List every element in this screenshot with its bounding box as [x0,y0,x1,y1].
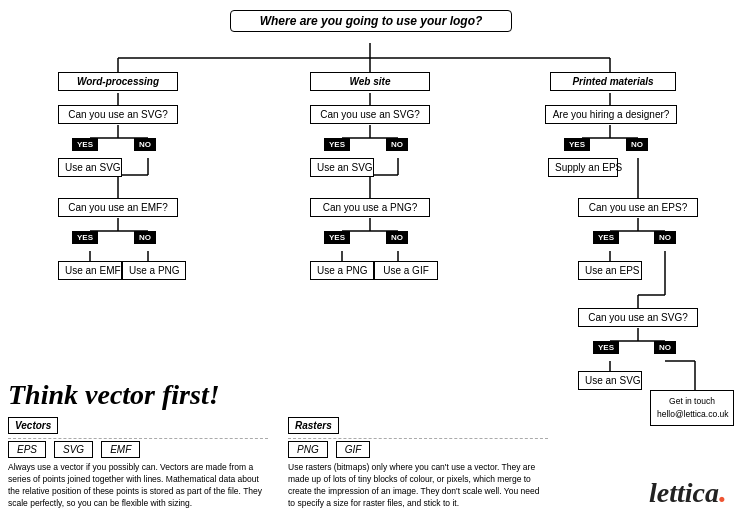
bottom-section: Think vector first! Vectors EPS SVG EMF … [8,379,568,514]
col1-q2: Can you use an EMF? [58,198,178,217]
col1-q1-no: NO [134,138,156,151]
col3-q3: Can you use an SVG? [578,308,698,327]
vectors-divider [8,438,268,439]
rasters-item-gif: GIF [336,441,371,458]
col1-q2-yes: YES [72,231,98,244]
think-vector-heading: Think vector first! [8,379,568,411]
col3-ans1: Supply an EPS [548,158,618,177]
rasters-item-png: PNG [288,441,328,458]
vectors-item-eps: EPS [8,441,46,458]
col2-q1-no: NO [386,138,408,151]
rasters-section: Rasters PNG GIF Use rasters (bitmaps) on… [288,417,548,510]
col3-q2-yes: YES [593,231,619,244]
col1-ans3: Use a PNG [122,261,186,280]
lettica-logo: lettica. [649,473,727,510]
vectors-label: Vectors [8,417,58,434]
col2-q2-yes: YES [324,231,350,244]
col3-ans3: Use an SVG [578,371,642,390]
main-title: Where are you going to use your logo? [230,10,512,32]
col1-header: Word-processing [58,72,178,91]
col2-q1-yes: YES [324,138,350,151]
vectors-description: Always use a vector if you possibly can.… [8,462,263,510]
col3-q3-no: NO [654,341,676,354]
vectors-section: Vectors EPS SVG EMF Always use a vector … [8,417,268,510]
col3-q1-no: NO [626,138,648,151]
rasters-items: PNG GIF [288,441,548,458]
col2-q1: Can you use an SVG? [310,105,430,124]
col2-ans2: Use a PNG [310,261,374,280]
rasters-divider [288,438,548,439]
col1-q2-no: NO [134,231,156,244]
col3-q2-no: NO [654,231,676,244]
col3-q3-yes: YES [593,341,619,354]
col2-header: Web site [310,72,430,91]
col1-q1-yes: YES [72,138,98,151]
col3-ans2: Use an EPS [578,261,642,280]
col3-q1: Are you hiring a designer? [545,105,677,124]
vectors-item-svg: SVG [54,441,93,458]
col2-q2: Can you use a PNG? [310,198,430,217]
format-row: Vectors EPS SVG EMF Always use a vector … [8,417,568,510]
rasters-description: Use rasters (bitmaps) only where you can… [288,462,543,510]
get-in-touch-box: Get in touch hello@lettica.co.uk [650,390,734,426]
get-in-touch-email: hello@lettica.co.uk [657,408,727,421]
rasters-label: Rasters [288,417,339,434]
lettica-dot: . [719,473,727,509]
col2-ans3: Use a GIF [374,261,438,280]
col2-q2-no: NO [386,231,408,244]
col2-ans1: Use an SVG [310,158,374,177]
col1-ans1: Use an SVG [58,158,122,177]
col3-q1-yes: YES [564,138,590,151]
vectors-item-emf: EMF [101,441,140,458]
col3-q2: Can you use an EPS? [578,198,698,217]
vectors-items: EPS SVG EMF [8,441,268,458]
col3-header: Printed materials [550,72,676,91]
col1-ans2: Use an EMF [58,261,122,280]
get-in-touch-label: Get in touch [657,395,727,408]
col1-q1: Can you use an SVG? [58,105,178,124]
